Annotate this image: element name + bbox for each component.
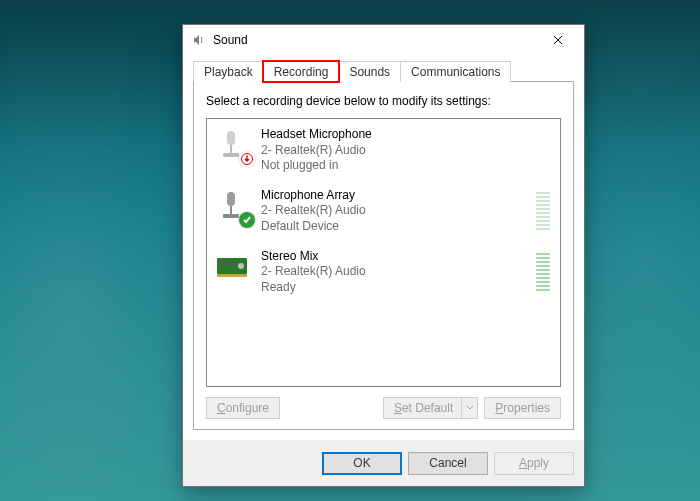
configure-button[interactable]: Configure (206, 397, 280, 419)
svg-point-10 (238, 263, 244, 269)
sound-card-icon (215, 249, 251, 285)
set-default-button[interactable]: Set Default (383, 397, 478, 419)
svg-rect-11 (217, 274, 247, 277)
device-item-headset-microphone[interactable]: Headset Microphone 2- Realtek(R) Audio N… (207, 119, 560, 180)
sound-icon (191, 32, 207, 48)
dialog-footer: OK Cancel Apply (183, 440, 584, 486)
sound-dialog: Sound Playback Recording Sounds Communic… (182, 24, 585, 487)
tab-panel-recording: Select a recording device below to modif… (193, 81, 574, 430)
svg-rect-6 (223, 214, 239, 218)
svg-rect-5 (230, 206, 232, 214)
recording-device-list[interactable]: Headset Microphone 2- Realtek(R) Audio N… (206, 118, 561, 387)
device-name: Headset Microphone (261, 127, 550, 143)
device-status: Not plugged in (261, 158, 550, 174)
device-sub: 2- Realtek(R) Audio (261, 143, 550, 159)
svg-rect-8 (220, 261, 226, 265)
close-button[interactable] (538, 26, 578, 54)
dialog-content: Playback Recording Sounds Communications… (183, 55, 584, 440)
panel-button-row: Configure Set Default Properties (206, 397, 561, 419)
level-meter (536, 253, 550, 291)
microphone-icon (215, 188, 251, 224)
tab-recording[interactable]: Recording (263, 61, 340, 82)
tab-sounds[interactable]: Sounds (338, 61, 401, 82)
svg-rect-2 (223, 153, 239, 157)
tab-communications[interactable]: Communications (400, 61, 511, 82)
window-title: Sound (213, 33, 538, 47)
default-check-badge-icon (239, 212, 255, 228)
level-meter (536, 192, 550, 230)
svg-rect-1 (230, 145, 232, 153)
device-name: Stereo Mix (261, 249, 526, 265)
cancel-button[interactable]: Cancel (408, 452, 488, 475)
device-sub: 2- Realtek(R) Audio (261, 203, 526, 219)
apply-button[interactable]: Apply (494, 452, 574, 475)
svg-rect-9 (229, 261, 235, 265)
tab-playback[interactable]: Playback (193, 61, 264, 82)
tab-strip: Playback Recording Sounds Communications (193, 61, 574, 82)
svg-rect-0 (227, 131, 235, 145)
device-sub: 2- Realtek(R) Audio (261, 264, 526, 280)
unplugged-badge-icon (239, 151, 255, 167)
device-status: Ready (261, 280, 526, 296)
device-item-stereo-mix[interactable]: Stereo Mix 2- Realtek(R) Audio Ready (207, 241, 560, 302)
svg-rect-4 (227, 192, 235, 206)
device-name: Microphone Array (261, 188, 526, 204)
ok-button[interactable]: OK (322, 452, 402, 475)
device-item-microphone-array[interactable]: Microphone Array 2- Realtek(R) Audio Def… (207, 180, 560, 241)
microphone-icon (215, 127, 251, 163)
properties-button[interactable]: Properties (484, 397, 561, 419)
instruction-text: Select a recording device below to modif… (206, 94, 561, 108)
device-status: Default Device (261, 219, 526, 235)
titlebar: Sound (183, 25, 584, 55)
chevron-down-icon[interactable] (461, 398, 477, 418)
